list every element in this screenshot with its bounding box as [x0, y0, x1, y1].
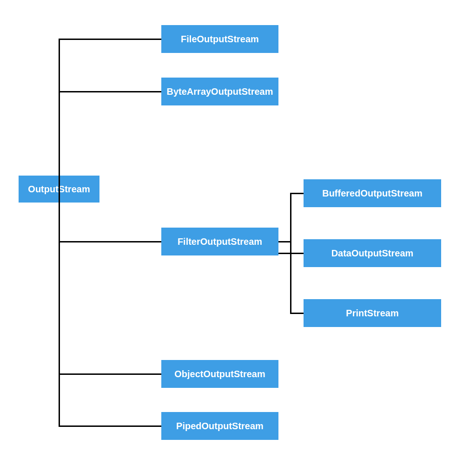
node-label: ObjectOutputStream	[174, 369, 265, 379]
node-fileoutputstream: FileOutputStream	[161, 25, 278, 53]
connector-to-pipedoutputstream	[59, 425, 161, 427]
node-label: FilterOutputStream	[178, 236, 262, 247]
node-label: FileOutputStream	[181, 34, 259, 45]
node-objectoutputstream: ObjectOutputStream	[161, 360, 278, 388]
connector-to-bufferedoutputstream	[290, 193, 304, 194]
node-filteroutputstream: FilterOutputStream	[161, 228, 278, 255]
connector-to-bytearrayoutputstream	[59, 91, 161, 92]
node-dataoutputstream: DataOutputStream	[304, 239, 441, 267]
node-bytearrayoutputstream: ByteArrayOutputStream	[161, 78, 278, 105]
node-label: PipedOutputStream	[176, 421, 264, 432]
connector-to-fileoutputstream	[59, 39, 161, 40]
connector-to-printstream	[290, 313, 304, 314]
node-label: PrintStream	[346, 308, 398, 319]
node-label: DataOutputStream	[331, 248, 414, 259]
node-label: BufferedOutputStream	[322, 188, 423, 199]
connector-filter-to-spine	[278, 241, 291, 242]
node-bufferedoutputstream: BufferedOutputStream	[304, 179, 441, 207]
connector-spine-root	[59, 39, 60, 427]
connector-to-objectoutputstream	[59, 373, 161, 375]
node-printstream: PrintStream	[304, 299, 441, 327]
connector-to-filteroutputstream	[59, 241, 161, 242]
node-label: ByteArrayOutputStream	[167, 86, 273, 97]
connector-to-dataoutputstream	[290, 253, 304, 254]
node-pipedoutputstream: PipedOutputStream	[161, 412, 278, 440]
